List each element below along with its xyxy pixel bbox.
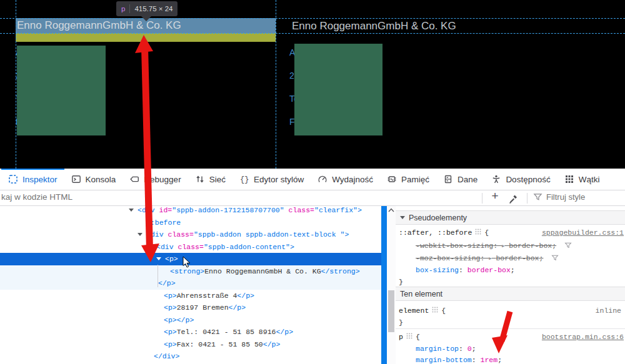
guide-line-top (0, 18, 625, 19)
markup-row[interactable]: <p>Ahrensstraße 4</p> (0, 290, 381, 302)
property-name: margin-top (416, 345, 459, 353)
markup-row[interactable]: <div id="sppb-addon-1712158707700" class… (0, 206, 381, 217)
close-brace: } (399, 318, 403, 327)
expander-icon[interactable]: ▶ (502, 240, 504, 252)
guide-line-left (16, 0, 16, 169)
markup-segment: <div (156, 243, 178, 251)
overridden-filter-icon[interactable] (564, 242, 572, 249)
filter-funnel-icon (533, 192, 542, 202)
tab-dostepnosc[interactable]: Dostępność (484, 169, 557, 190)
twisty-icon[interactable] (129, 209, 134, 212)
tab-dane[interactable]: Dane (436, 169, 484, 190)
markup-segment: <div (138, 206, 159, 214)
accessibility-icon (491, 174, 501, 184)
markup-segment: </p> (237, 292, 254, 300)
tab-edytor-stylow[interactable]: {} Edytor stylów (232, 169, 311, 190)
markup-segment: id= (159, 206, 172, 214)
css-declaration[interactable]: margin-top: 0; (396, 343, 625, 355)
inspector-icon (8, 174, 18, 184)
markup-row[interactable]: <strong>Enno RoggemannGmbH & Co. KG</str… (0, 265, 381, 278)
devtools-tabbar: Inspektor Konsola Debugger Sieć {} Edyto… (0, 169, 625, 190)
markup-row[interactable]: <p></p> (0, 314, 381, 327)
css-rule-selector[interactable]: element{ inline (396, 305, 625, 317)
selector-highlighter-icon[interactable] (475, 227, 481, 239)
markup-row[interactable]: ::before (0, 217, 381, 229)
overridden-filter-icon[interactable] (551, 254, 559, 262)
css-rule-selector[interactable]: ::after, ::before{ sppagebuilder.css:1 (396, 227, 625, 239)
scrollbar[interactable] (387, 206, 396, 364)
markup-view[interactable]: <div id="sppb-addon-1712158707700" class… (0, 206, 381, 364)
css-declaration-disabled[interactable]: -moz-box-sizing: ▶ border-box; (396, 252, 625, 264)
memory-icon (387, 174, 397, 184)
tab-wydajnosc[interactable]: Wydajność (311, 169, 380, 190)
margin-highlight-overlay (16, 33, 276, 42)
stylesheet-link[interactable]: bootstrap.min.css:6 (542, 331, 624, 343)
markup-segment: </strong> (321, 267, 360, 275)
expander-icon[interactable]: ▶ (489, 253, 491, 265)
tab-inspektor[interactable]: Inspektor (1, 169, 64, 190)
markup-row-text: <p>Tel.: 0421 - 51 85 8916</p> (0, 326, 381, 338)
twisty-icon[interactable] (148, 245, 152, 248)
section-twisty-icon[interactable] (400, 216, 405, 219)
selector-highlighter-icon[interactable] (406, 331, 412, 343)
scrollbar-up-button[interactable] (387, 206, 396, 215)
markup-segment: <div (146, 230, 168, 239)
markup-segment: class= (289, 206, 314, 214)
tab-label: Edytor stylów (254, 175, 304, 184)
tab-konsola[interactable]: Konsola (64, 169, 123, 190)
markup-segment: "sppb-addon sppb-addon-text-block " (194, 230, 345, 239)
markup-row[interactable]: <p> (0, 253, 381, 265)
semicolon: ; (552, 242, 556, 250)
console-icon (71, 174, 81, 184)
eyedropper-button[interactable] (508, 192, 520, 205)
selector-text: ::after, ::before (399, 229, 472, 237)
css-declaration[interactable]: margin-bottom: 1rem; (396, 354, 625, 364)
markup-row-text: <p> (0, 253, 381, 265)
filter-styles-input[interactable]: Filtruj style (533, 192, 585, 202)
markup-row[interactable]: <div class="sppb-addon-content"> (0, 241, 381, 253)
scrollbar-thumb[interactable] (388, 290, 394, 332)
colon: : (481, 254, 489, 262)
html-search-input[interactable]: kaj w kodzie HTML (1, 192, 376, 204)
markup-segment: <p> (165, 255, 178, 263)
tab-label: Dane (458, 175, 478, 184)
markup-row[interactable]: </p> (0, 277, 381, 290)
selector-highlighter-icon[interactable] (432, 305, 438, 317)
markup-row[interactable]: </div> (0, 350, 381, 363)
markup-row[interactable]: <p>Tel.: 0421 - 51 85 8916</p> (0, 326, 381, 338)
tab-label: Debugger (144, 175, 181, 184)
markup-segment: </p> (276, 328, 293, 336)
twisty-icon[interactable] (156, 257, 161, 260)
tab-label: Pamięć (401, 175, 429, 184)
markup-row-text: <strong>Enno RoggemannGmbH & Co. KG</str… (0, 265, 381, 278)
markup-row-text: <p>Fax: 0421 - 51 85 50</p> (0, 338, 381, 351)
css-declaration-disabled[interactable]: -webkit-box-sizing: ▶ border-box; (396, 240, 625, 252)
markup-segment: </p> (263, 340, 281, 348)
semicolon: ; (498, 356, 502, 364)
markup-row[interactable]: <p>Fax: 0421 - 51 85 50</p> (0, 338, 381, 351)
markup-row[interactable]: <div class="sppb-addon sppb-addon-text-b… (0, 229, 381, 241)
stylesheet-link[interactable]: sppagebuilder.css:1 (542, 227, 624, 239)
markup-row[interactable]: <p>28197 Bremen</p> (0, 302, 381, 314)
markup-segment: "sppb-addon-1712158707700" (172, 206, 284, 214)
add-rule-button[interactable]: + (488, 189, 502, 205)
inspector-panes: <div id="sppb-addon-1712158707700" class… (0, 206, 625, 364)
tab-siec[interactable]: Sieć (188, 169, 232, 190)
toolbar-separator (527, 193, 528, 204)
property-value: 1rem (481, 356, 498, 364)
tab-debugger[interactable]: Debugger (122, 169, 188, 190)
markup-segment: > (358, 206, 362, 214)
pseudo-elements-header[interactable]: Pseudoelementy (396, 210, 625, 225)
markup-segment: <p> (164, 340, 177, 348)
tab-watki[interactable]: Wątki (558, 169, 607, 190)
css-rule-selector[interactable]: p{ bootstrap.min.css:6 (396, 331, 625, 343)
twisty-icon[interactable] (138, 233, 142, 236)
css-declaration[interactable]: box-sizing: border-box; (396, 264, 625, 276)
pane-splitter[interactable] (381, 206, 387, 364)
markup-segment: </div> (154, 352, 179, 360)
tab-label: Inspektor (22, 175, 58, 184)
markup-segment: ::before (146, 219, 181, 227)
tab-pamiec[interactable]: Pamięć (380, 169, 436, 190)
semicolon: ; (539, 254, 543, 262)
rule-origin: inline (596, 305, 621, 317)
